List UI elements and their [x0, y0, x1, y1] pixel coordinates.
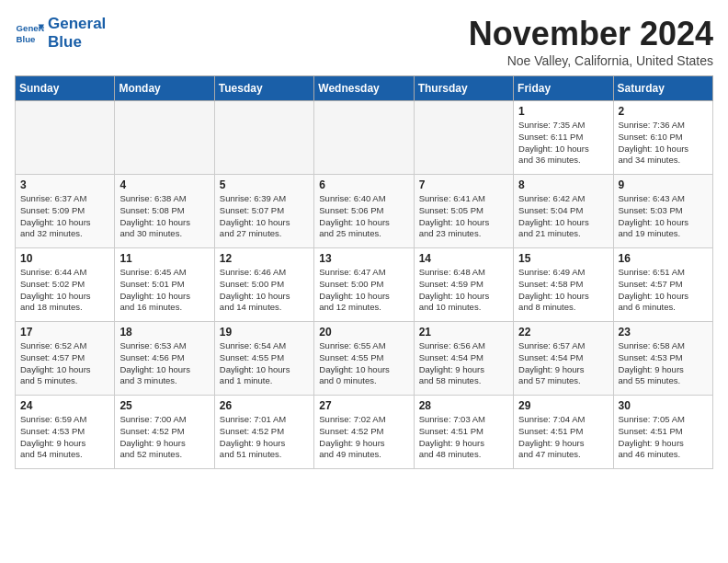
day-info: Sunrise: 7:04 AM Sunset: 4:51 PM Dayligh… [518, 414, 608, 461]
logo-general: General [48, 15, 106, 33]
calendar-cell: 19Sunrise: 6:54 AM Sunset: 4:55 PM Dayli… [214, 322, 313, 396]
day-info: Sunrise: 6:45 AM Sunset: 5:01 PM Dayligh… [119, 267, 209, 314]
calendar-cell: 21Sunrise: 6:56 AM Sunset: 4:54 PM Dayli… [414, 322, 513, 396]
day-info: Sunrise: 7:01 AM Sunset: 4:52 PM Dayligh… [220, 414, 309, 461]
calendar-cell [115, 101, 214, 175]
day-info: Sunrise: 6:42 AM Sunset: 5:04 PM Dayligh… [518, 193, 608, 240]
calendar-week-5: 24Sunrise: 6:59 AM Sunset: 4:53 PM Dayli… [16, 396, 713, 469]
day-info: Sunrise: 6:48 AM Sunset: 4:59 PM Dayligh… [419, 267, 508, 314]
day-number: 21 [419, 326, 508, 339]
day-number: 14 [419, 252, 508, 265]
calendar-cell: 10Sunrise: 6:44 AM Sunset: 5:02 PM Dayli… [16, 248, 115, 322]
day-info: Sunrise: 6:46 AM Sunset: 5:00 PM Dayligh… [220, 267, 309, 314]
calendar-cell: 11Sunrise: 6:45 AM Sunset: 5:01 PM Dayli… [115, 248, 214, 322]
day-info: Sunrise: 7:02 AM Sunset: 4:52 PM Dayligh… [319, 414, 408, 461]
day-number: 11 [119, 252, 209, 265]
day-number: 29 [518, 399, 608, 412]
logo: General Blue General Blue [15, 15, 106, 51]
day-info: Sunrise: 6:40 AM Sunset: 5:06 PM Dayligh… [319, 193, 408, 240]
calendar-cell: 16Sunrise: 6:51 AM Sunset: 4:57 PM Dayli… [613, 248, 712, 322]
calendar-cell: 4Sunrise: 6:38 AM Sunset: 5:08 PM Daylig… [115, 175, 214, 248]
day-info: Sunrise: 6:51 AM Sunset: 4:57 PM Dayligh… [619, 267, 708, 314]
day-number: 22 [518, 326, 608, 339]
day-number: 2 [619, 105, 708, 118]
calendar-cell: 6Sunrise: 6:40 AM Sunset: 5:06 PM Daylig… [314, 175, 414, 248]
day-number: 8 [518, 178, 608, 191]
day-number: 17 [20, 326, 109, 339]
calendar-cell: 28Sunrise: 7:03 AM Sunset: 4:51 PM Dayli… [414, 396, 513, 469]
day-info: Sunrise: 6:41 AM Sunset: 5:05 PM Dayligh… [419, 193, 508, 240]
weekday-header-sunday: Sunday [16, 76, 115, 101]
calendar-cell [214, 101, 313, 175]
day-info: Sunrise: 6:58 AM Sunset: 4:53 PM Dayligh… [619, 340, 708, 387]
day-number: 28 [419, 399, 508, 412]
calendar-cell: 3Sunrise: 6:37 AM Sunset: 5:09 PM Daylig… [16, 175, 115, 248]
calendar-cell: 14Sunrise: 6:48 AM Sunset: 4:59 PM Dayli… [414, 248, 513, 322]
day-info: Sunrise: 7:03 AM Sunset: 4:51 PM Dayligh… [419, 414, 508, 461]
svg-text:Blue: Blue [17, 33, 36, 43]
calendar-cell: 25Sunrise: 7:00 AM Sunset: 4:52 PM Dayli… [115, 396, 214, 469]
month-title: November 2024 [469, 15, 713, 53]
day-number: 13 [319, 252, 408, 265]
weekday-header-monday: Monday [115, 76, 214, 101]
day-info: Sunrise: 7:00 AM Sunset: 4:52 PM Dayligh… [119, 414, 209, 461]
calendar-week-1: 1Sunrise: 7:35 AM Sunset: 6:11 PM Daylig… [16, 101, 713, 175]
calendar-cell: 13Sunrise: 6:47 AM Sunset: 5:00 PM Dayli… [314, 248, 414, 322]
day-number: 12 [220, 252, 309, 265]
day-info: Sunrise: 6:44 AM Sunset: 5:02 PM Dayligh… [20, 267, 109, 314]
logo-blue: Blue [48, 33, 106, 52]
weekday-header-wednesday: Wednesday [314, 76, 414, 101]
calendar-cell: 12Sunrise: 6:46 AM Sunset: 5:00 PM Dayli… [214, 248, 313, 322]
calendar-week-2: 3Sunrise: 6:37 AM Sunset: 5:09 PM Daylig… [16, 175, 713, 248]
logo-icon: General Blue [15, 18, 44, 48]
day-info: Sunrise: 6:54 AM Sunset: 4:55 PM Dayligh… [220, 340, 309, 387]
day-number: 4 [119, 178, 209, 191]
day-number: 9 [619, 178, 708, 191]
day-number: 15 [518, 252, 608, 265]
calendar-cell [16, 101, 115, 175]
day-number: 7 [419, 178, 508, 191]
weekday-header-friday: Friday [514, 76, 613, 101]
calendar-cell: 2Sunrise: 7:36 AM Sunset: 6:10 PM Daylig… [613, 101, 712, 175]
day-number: 5 [220, 178, 309, 191]
calendar-cell [314, 101, 414, 175]
day-number: 19 [220, 326, 309, 339]
day-number: 24 [20, 399, 109, 412]
location-subtitle: Noe Valley, California, United States [469, 53, 713, 68]
day-info: Sunrise: 6:43 AM Sunset: 5:03 PM Dayligh… [619, 193, 708, 240]
calendar-cell: 27Sunrise: 7:02 AM Sunset: 4:52 PM Dayli… [314, 396, 414, 469]
day-number: 26 [220, 399, 309, 412]
calendar-cell [414, 101, 513, 175]
weekday-header-tuesday: Tuesday [214, 76, 313, 101]
day-number: 23 [619, 326, 708, 339]
day-number: 20 [319, 326, 408, 339]
weekday-header-thursday: Thursday [414, 76, 513, 101]
day-info: Sunrise: 6:47 AM Sunset: 5:00 PM Dayligh… [319, 267, 408, 314]
title-block: November 2024 Noe Valley, California, Un… [469, 15, 713, 68]
day-number: 1 [518, 105, 608, 118]
day-number: 25 [119, 399, 209, 412]
calendar-table: SundayMondayTuesdayWednesdayThursdayFrid… [15, 75, 713, 469]
day-info: Sunrise: 6:38 AM Sunset: 5:08 PM Dayligh… [119, 193, 209, 240]
calendar-cell: 7Sunrise: 6:41 AM Sunset: 5:05 PM Daylig… [414, 175, 513, 248]
calendar-cell: 9Sunrise: 6:43 AM Sunset: 5:03 PM Daylig… [613, 175, 712, 248]
day-info: Sunrise: 7:36 AM Sunset: 6:10 PM Dayligh… [619, 120, 708, 167]
day-number: 3 [20, 178, 109, 191]
day-info: Sunrise: 6:59 AM Sunset: 4:53 PM Dayligh… [20, 414, 109, 461]
day-info: Sunrise: 6:55 AM Sunset: 4:55 PM Dayligh… [319, 340, 408, 387]
calendar-cell: 17Sunrise: 6:52 AM Sunset: 4:57 PM Dayli… [16, 322, 115, 396]
header: General Blue General Blue November 2024 … [15, 15, 713, 68]
day-number: 16 [619, 252, 708, 265]
weekday-header-saturday: Saturday [613, 76, 712, 101]
calendar-cell: 20Sunrise: 6:55 AM Sunset: 4:55 PM Dayli… [314, 322, 414, 396]
day-info: Sunrise: 7:35 AM Sunset: 6:11 PM Dayligh… [518, 120, 608, 167]
day-info: Sunrise: 6:39 AM Sunset: 5:07 PM Dayligh… [220, 193, 309, 240]
calendar-cell: 18Sunrise: 6:53 AM Sunset: 4:56 PM Dayli… [115, 322, 214, 396]
calendar-cell: 24Sunrise: 6:59 AM Sunset: 4:53 PM Dayli… [16, 396, 115, 469]
day-info: Sunrise: 6:37 AM Sunset: 5:09 PM Dayligh… [20, 193, 109, 240]
day-number: 10 [20, 252, 109, 265]
day-info: Sunrise: 6:57 AM Sunset: 4:54 PM Dayligh… [518, 340, 608, 387]
day-number: 18 [119, 326, 209, 339]
calendar-week-3: 10Sunrise: 6:44 AM Sunset: 5:02 PM Dayli… [16, 248, 713, 322]
calendar-cell: 8Sunrise: 6:42 AM Sunset: 5:04 PM Daylig… [514, 175, 613, 248]
